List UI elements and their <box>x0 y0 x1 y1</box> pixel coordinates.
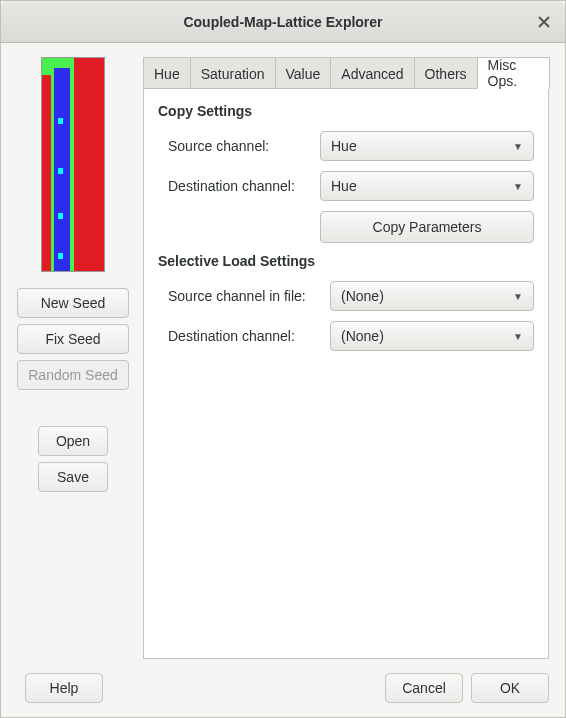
titlebar: Coupled-Map-Lattice Explorer <box>1 1 565 43</box>
file-destination-channel-row: Destination channel: (None) ▼ <box>158 321 534 351</box>
source-channel-label: Source channel: <box>158 138 308 154</box>
destination-channel-value: Hue <box>331 178 357 194</box>
random-seed-button: Random Seed <box>17 360 129 390</box>
preview-image <box>41 57 105 272</box>
ok-label: OK <box>500 680 520 696</box>
file-destination-channel-combo[interactable]: (None) ▼ <box>330 321 534 351</box>
tab-value[interactable]: Value <box>275 57 332 89</box>
cancel-button[interactable]: Cancel <box>385 673 463 703</box>
cancel-label: Cancel <box>402 680 446 696</box>
main-panel: Hue Saturation Value Advanced Others Mis… <box>143 57 549 659</box>
selective-load-heading: Selective Load Settings <box>158 253 534 269</box>
tabs: Hue Saturation Value Advanced Others Mis… <box>143 57 549 89</box>
copy-parameters-row: Copy Parameters <box>158 211 534 243</box>
new-seed-label: New Seed <box>41 295 106 311</box>
chevron-down-icon: ▼ <box>513 141 523 152</box>
save-label: Save <box>57 469 89 485</box>
help-button[interactable]: Help <box>25 673 103 703</box>
destination-channel-combo[interactable]: Hue ▼ <box>320 171 534 201</box>
close-icon[interactable] <box>533 11 555 33</box>
save-button[interactable]: Save <box>38 462 108 492</box>
window: Coupled-Map-Lattice Explorer New Seed Fi… <box>0 0 566 718</box>
file-destination-channel-value: (None) <box>341 328 384 344</box>
destination-channel-row: Destination channel: Hue ▼ <box>158 171 534 201</box>
tab-others[interactable]: Others <box>414 57 478 89</box>
window-title: Coupled-Map-Lattice Explorer <box>183 14 382 30</box>
source-channel-value: Hue <box>331 138 357 154</box>
dialog-footer: Help Cancel OK <box>1 659 565 717</box>
random-seed-label: Random Seed <box>28 367 118 383</box>
file-destination-channel-label: Destination channel: <box>158 328 318 344</box>
file-source-channel-row: Source channel in file: (None) ▼ <box>158 281 534 311</box>
sidebar: New Seed Fix Seed Random Seed Open Save <box>17 57 129 659</box>
source-channel-row: Source channel: Hue ▼ <box>158 131 534 161</box>
destination-channel-label: Destination channel: <box>158 178 308 194</box>
copy-parameters-button[interactable]: Copy Parameters <box>320 211 534 243</box>
chevron-down-icon: ▼ <box>513 331 523 342</box>
tab-panel-misc: Copy Settings Source channel: Hue ▼ Dest… <box>143 88 549 659</box>
copy-parameters-label: Copy Parameters <box>373 219 482 235</box>
help-label: Help <box>50 680 79 696</box>
open-label: Open <box>56 433 90 449</box>
tab-advanced[interactable]: Advanced <box>330 57 414 89</box>
file-source-channel-label: Source channel in file: <box>158 288 318 304</box>
source-channel-combo[interactable]: Hue ▼ <box>320 131 534 161</box>
copy-settings-heading: Copy Settings <box>158 103 534 119</box>
new-seed-button[interactable]: New Seed <box>17 288 129 318</box>
content-area: New Seed Fix Seed Random Seed Open Save … <box>1 43 565 659</box>
chevron-down-icon: ▼ <box>513 291 523 302</box>
tab-misc-ops[interactable]: Misc Ops. <box>477 57 550 89</box>
file-source-channel-value: (None) <box>341 288 384 304</box>
fix-seed-label: Fix Seed <box>45 331 100 347</box>
fix-seed-button[interactable]: Fix Seed <box>17 324 129 354</box>
chevron-down-icon: ▼ <box>513 181 523 192</box>
tab-hue[interactable]: Hue <box>143 57 191 89</box>
open-button[interactable]: Open <box>38 426 108 456</box>
file-source-channel-combo[interactable]: (None) ▼ <box>330 281 534 311</box>
ok-button[interactable]: OK <box>471 673 549 703</box>
tab-saturation[interactable]: Saturation <box>190 57 276 89</box>
